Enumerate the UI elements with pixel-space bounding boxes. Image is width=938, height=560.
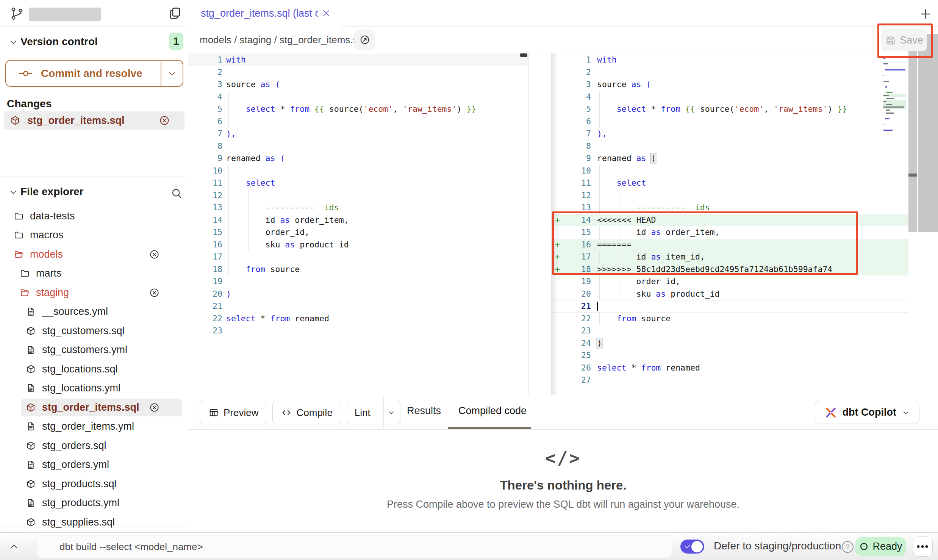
lineage-button[interactable]: [354, 30, 375, 50]
git-branch-icon[interactable]: [10, 6, 24, 21]
chevron-down-icon: [387, 408, 396, 417]
code-line-8: 8: [551, 140, 908, 153]
code-line-16: +16=======: [551, 239, 908, 251]
file-row-stg_orders.sql[interactable]: stg_orders.sql: [0, 436, 188, 455]
file-explorer-header[interactable]: File explorer: [0, 182, 188, 205]
file-icon: [26, 383, 36, 393]
model-icon: [26, 402, 36, 413]
more-options-button[interactable]: •••: [913, 537, 933, 557]
status-bar: dbt build --select <model_name> Defer to…: [0, 532, 938, 560]
chevron-down-icon[interactable]: [8, 187, 18, 197]
file-row-stg_supplies.sql[interactable]: stg_supplies.sql: [0, 513, 188, 532]
code-line-20: 20): [188, 288, 528, 300]
lint-button[interactable]: Lint: [347, 401, 400, 424]
defer-label: Defer to staging/production: [714, 540, 841, 552]
file-row-stg_order_items.sql[interactable]: stg_order_items.sql: [0, 398, 188, 417]
file-row-marts[interactable]: marts: [0, 264, 188, 283]
dbt-copilot-button[interactable]: dbt Copilot: [815, 401, 919, 424]
file-row-stg_customers.sql[interactable]: stg_customers.sql: [0, 321, 188, 341]
help-icon[interactable]: ?: [842, 541, 854, 553]
code-line-7: 7),: [551, 128, 908, 140]
file-label: marts: [36, 267, 62, 279]
defer-toggle[interactable]: [680, 540, 704, 554]
sidebar-divider: [0, 177, 188, 177]
file-row-staging[interactable]: staging: [0, 283, 188, 302]
editor-scrollbar[interactable]: [918, 34, 938, 232]
copilot-label: dbt Copilot: [843, 407, 896, 418]
code-line-17: +17 id as item_id,: [551, 251, 908, 263]
new-tab-icon[interactable]: [919, 8, 932, 20]
status-circle-icon: [859, 542, 869, 551]
file-row-stg_locations.sql[interactable]: stg_locations.sql: [0, 360, 188, 379]
file-label: models: [30, 249, 63, 260]
file-row-stg_products.sql[interactable]: stg_products.sql: [0, 474, 188, 494]
file-row-__sources.yml[interactable]: __sources.yml: [0, 302, 188, 322]
code-line-14: 14 id as order_item,: [188, 214, 528, 227]
model-icon: [26, 364, 36, 374]
changed-file-row[interactable]: stg_order_items.sql: [4, 111, 184, 130]
check-icon: [684, 543, 691, 550]
discard-change-icon[interactable]: [159, 115, 170, 126]
file-label: stg_products.yml: [42, 497, 119, 509]
code-line-19: 19 order_id,: [551, 275, 908, 288]
discard-change-icon[interactable]: [149, 402, 159, 413]
chevron-down-icon[interactable]: [8, 37, 18, 47]
left-pane-scrollbar-thumb[interactable]: [520, 53, 527, 57]
code-line-12: 12: [188, 189, 528, 202]
file-row-macros[interactable]: macros: [0, 226, 188, 245]
table-icon: [208, 407, 219, 418]
file-row-stg_orders.yml[interactable]: stg_orders.yml: [0, 455, 188, 475]
file-row-data-tests[interactable]: data-tests: [0, 206, 188, 226]
file-row-stg_order_items.yml[interactable]: stg_order_items.yml: [0, 417, 188, 436]
editor-pane-right[interactable]: 1with23source as (45 select * from {{ so…: [551, 53, 908, 395]
editor-pane-left[interactable]: 1with23source as (45 select * from {{ so…: [188, 53, 528, 395]
status-badge: Ready: [855, 537, 906, 556]
tab-results[interactable]: Results: [407, 405, 441, 417]
chevron-up-icon[interactable]: [8, 541, 20, 552]
text-cursor: [597, 302, 598, 311]
editor-split-view: 1with23source as (45 select * from {{ so…: [188, 53, 938, 395]
dbt-ide-window: Version control 1 Commit and resolve Cha…: [0, 0, 938, 560]
file-row-models[interactable]: models: [0, 245, 188, 264]
compile-label: Compile: [296, 407, 332, 419]
file-icon: [26, 307, 36, 317]
code-line-4: 4: [551, 91, 908, 103]
search-icon[interactable]: [170, 187, 183, 199]
command-input[interactable]: dbt build --select <model_name>: [36, 535, 672, 558]
file-label: stg_locations.sql: [42, 363, 118, 375]
tab-compiled-code[interactable]: Compiled code: [458, 405, 527, 417]
code-line-22: 22select * from renamed: [188, 313, 528, 325]
tab-stg-order-items[interactable]: stg_order_items.sql (last c...: [188, 0, 341, 27]
file-row-stg_locations.yml[interactable]: stg_locations.yml: [0, 379, 188, 398]
close-icon[interactable]: [322, 9, 331, 18]
save-button[interactable]: Save: [882, 30, 927, 51]
minimap-slider[interactable]: [908, 34, 917, 232]
commit-and-resolve-button[interactable]: Commit and resolve: [5, 60, 183, 87]
file-row-stg_customers.yml[interactable]: stg_customers.yml: [0, 341, 188, 360]
commit-button-label: Commit and resolve: [41, 67, 142, 80]
code-line-23: 23: [188, 325, 528, 337]
chevron-down-icon: [902, 408, 910, 417]
breadcrumb[interactable]: models / staging / stg_order_items.sql: [200, 34, 366, 46]
file-label: stg_locations.yml: [42, 382, 120, 394]
folder-open-icon: [14, 249, 24, 260]
minimap[interactable]: [883, 57, 906, 135]
folder-icon: [20, 268, 30, 278]
code-line-1: 1with: [188, 54, 528, 66]
file-row-stg_products.yml[interactable]: stg_products.yml: [0, 494, 188, 513]
bottom-toolbar: Preview Compile Lint Results Compiled co…: [188, 395, 938, 430]
discard-change-icon[interactable]: [149, 288, 159, 298]
commit-dropdown-button[interactable]: [161, 61, 183, 86]
copy-icon[interactable]: [168, 6, 182, 20]
lint-dropdown-button[interactable]: [383, 401, 400, 424]
file-icon: [26, 460, 36, 470]
save-button-label: Save: [900, 34, 923, 46]
breadcrumb-bar: models / staging / stg_order_items.sql: [188, 27, 938, 53]
compile-button[interactable]: Compile: [272, 401, 341, 424]
folder-open-icon: [20, 288, 30, 298]
results-panel: </> There's nothing here. Press Compile …: [188, 430, 938, 532]
preview-button[interactable]: Preview: [200, 401, 267, 424]
discard-change-icon[interactable]: [149, 249, 159, 260]
version-control-header[interactable]: Version control 1: [0, 32, 188, 53]
code-line-20: 20 sku as product_id: [551, 288, 908, 300]
